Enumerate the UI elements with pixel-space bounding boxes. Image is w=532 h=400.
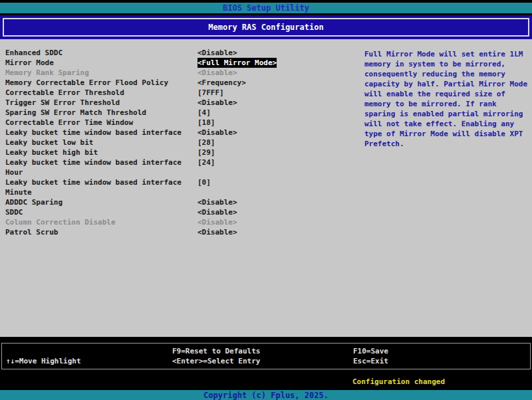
setting-value[interactable]: <Disable> [198,128,237,138]
key-hint: F10=Save [353,346,388,356]
setting-value[interactable]: [18] [198,118,215,128]
setting-row[interactable]: Trigger SW Error Threshold<Disable> [5,98,318,108]
setting-label: Correctable Error Threshold [5,88,198,98]
setting-value[interactable]: <Frequency> [198,78,246,88]
setting-label: Memory Correctable Error Flood Policy [5,78,198,88]
setting-label: Leaky bucket low bit [5,138,198,148]
bios-screen: BIOS Setup Utility Memory RAS Configurat… [0,0,532,400]
setting-label: Memory Rank Sparing [5,68,198,78]
setting-value[interactable]: <Disable> [198,98,237,108]
main-panel: Enhanced SDDC<Disable>Mirror Mode<Full M… [0,39,532,337]
key-hint-column: F10=SaveEsc=Exit [353,346,388,366]
setting-label: Trigger SW Error Threshold [5,98,198,108]
setting-value[interactable]: [24] [198,157,215,167]
setting-label: Correctable Error Time Window [5,118,198,128]
setting-row[interactable]: Enhanced SDDC<Disable> [5,48,318,58]
setting-row[interactable]: Sparing SW Error Match Threshold[4] [5,108,318,118]
setting-row[interactable]: Patrol Scrub<Disable> [5,227,318,237]
setting-value[interactable]: [29] [198,148,215,157]
setting-row: Memory Rank Sparing<Disable> [5,68,318,78]
setting-row[interactable]: Leaky bucket time window based interface… [5,177,318,197]
setting-label: Leaky bucket time window based interface [5,128,198,138]
setting-value[interactable]: <Full Mirror Mode> [198,58,277,68]
setting-row: Column Correction Disable<Disable> [5,217,318,227]
setting-row[interactable]: Memory Correctable Error Flood Policy<Fr… [5,78,318,88]
app-title-bar: BIOS Setup Utility [0,3,532,13]
setting-value[interactable]: <Disable> [198,207,237,217]
setting-row[interactable]: Mirror Mode<Full Mirror Mode> [5,58,318,68]
key-hint [6,346,81,356]
setting-row[interactable]: Leaky bucket low bit[28] [5,138,318,148]
key-hint-column: F9=Reset to Defaults<Enter>=Select Entry [172,346,260,366]
page-title: Memory RAS Configuration [208,23,323,33]
setting-label: Sparing SW Error Match Threshold [5,108,198,118]
setting-value[interactable]: [7FFF] [198,88,224,98]
copyright-bar: Copyright (c) Fplus, 2025. [0,390,532,400]
setting-row[interactable]: SDDC<Disable> [5,207,318,217]
setting-label: Leaky bucket time window based interface… [5,177,198,197]
setting-value[interactable]: <Disable> [198,227,237,237]
copyright-text: Copyright (c) Fplus, 2025. [203,391,329,400]
setting-row[interactable]: Leaky bucket high bit[29] [5,148,318,157]
setting-value[interactable]: <Disable> [198,48,237,58]
settings-list: Enhanced SDDC<Disable>Mirror Mode<Full M… [5,48,318,237]
setting-label: Mirror Mode [5,58,198,68]
key-hint: <Enter>=Select Entry [172,356,260,366]
setting-label: Leaky bucket time window based interface… [5,157,198,177]
setting-value: <Disable> [198,217,237,227]
setting-label: Column Correction Disable [5,217,198,227]
key-hint-column: ↑↓=Move Highlight [6,346,81,366]
setting-value[interactable]: [28] [198,138,215,148]
setting-label: Patrol Scrub [5,227,198,237]
help-panel-text: Full Mirror Mode will set entire 1LM mem… [364,49,529,149]
key-hint: Esc=Exit [353,356,388,366]
footer: ↑↓=Move HighlightF9=Reset to Defaults<En… [0,337,532,400]
setting-label: ADDDC Sparing [5,197,198,207]
setting-label: Leaky bucket high bit [5,148,198,157]
setting-value: <Disable> [198,68,237,78]
setting-label: SDDC [5,207,198,217]
key-hint: ↑↓=Move Highlight [6,356,81,366]
key-hints-box: ↑↓=Move HighlightF9=Reset to Defaults<En… [1,343,531,369]
status-message: Configuration changed [352,377,445,387]
page-title-box: Memory RAS Configuration [3,18,529,37]
setting-row[interactable]: Leaky bucket time window based interface… [5,157,318,177]
setting-row[interactable]: Leaky bucket time window based interface… [5,128,318,138]
page-title-bar: Memory RAS Configuration [0,15,532,39]
setting-row[interactable]: Correctable Error Time Window[18] [5,118,318,128]
setting-label: Enhanced SDDC [5,48,198,58]
setting-row[interactable]: ADDDC Sparing<Disable> [5,197,318,207]
setting-row[interactable]: Correctable Error Threshold[7FFF] [5,88,318,98]
app-title: BIOS Setup Utility [223,3,309,13]
setting-value[interactable]: [0] [198,177,211,187]
setting-value[interactable]: <Disable> [198,197,237,207]
setting-value[interactable]: [4] [198,108,211,118]
key-hint: F9=Reset to Defaults [172,346,260,356]
